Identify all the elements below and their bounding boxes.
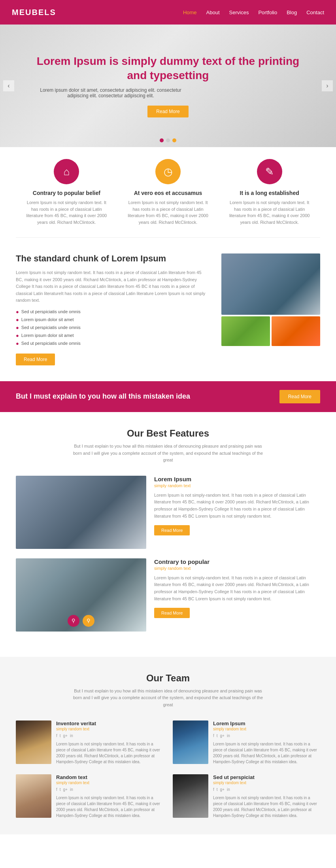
showcase-search-icon[interactable]: ⚲ (83, 615, 94, 627)
list-item: ●Sed ut perspiciatis unde omnis (16, 325, 210, 331)
linkedin-icon[interactable]: in (227, 787, 230, 792)
showcase-1-button[interactable]: Read More (154, 525, 190, 535)
best-features-title: Our Best Features (16, 428, 320, 439)
nav-services[interactable]: Services (229, 9, 249, 15)
feature-item-3: ✎ It is a long established Lorem Ipsum i… (219, 159, 320, 225)
about-text: The standard chunk of Lorem Ipsum Lorem … (16, 253, 210, 365)
feature-1-desc: Lorem Ipsum is not simply random text. I… (24, 199, 109, 225)
member-photo-2 (173, 720, 208, 764)
linkedin-icon[interactable]: in (70, 734, 73, 738)
member-info-3: Random text simply random text f t g+ in… (56, 774, 163, 819)
gplus-icon[interactable]: g+ (63, 734, 68, 738)
member-4-social: f t g+ in (213, 787, 320, 792)
about-section: The standard chunk of Lorem Ipsum Lorem … (0, 238, 336, 381)
best-features-section: Our Best Features But I must explain to … (0, 412, 336, 657)
list-item: ●Sed ut perspiciatis unde omnis (16, 309, 210, 315)
hero-prev-button[interactable]: ‹ (3, 80, 14, 91)
showcase-2-title: Contrary to popular (154, 558, 320, 565)
showcase-image-2: ⚲ ⚲ (16, 558, 146, 632)
about-checklist: ●Sed ut perspiciatis unde omnis ●Lorem i… (16, 309, 210, 346)
gplus-icon[interactable]: g+ (220, 734, 225, 738)
site-logo: MEUBELS (12, 8, 183, 17)
hero-title: Lorem Ipsum is simply dummy text of the … (32, 54, 304, 83)
banner-section: But I must explain to you how all this m… (0, 381, 336, 412)
facebook-icon[interactable]: f (213, 787, 214, 792)
about-body: Lorem Ipsum is not simply random text. I… (16, 269, 210, 304)
nav-home[interactable]: Home (183, 9, 197, 15)
banner-text: But I must explain to you how all this m… (16, 392, 190, 401)
navbar: MEUBELS Home About Services Portfolio Bl… (0, 0, 336, 25)
showcase-link-icon[interactable]: ⚲ (68, 615, 79, 627)
hero-dot-2[interactable] (166, 138, 170, 142)
nav-portfolio[interactable]: Portfolio (258, 9, 277, 15)
team-section: Our Team But I must explain to you how a… (0, 657, 336, 834)
hero-section: ‹ Lorem Ipsum is simply dummy text of th… (0, 25, 336, 147)
showcase-image-1 (16, 476, 146, 549)
member-photo-4 (173, 774, 208, 818)
member-photo-1 (16, 720, 51, 764)
banner-read-more-button[interactable]: Read More (279, 390, 320, 403)
showcase-content-1: Lorem Ipsum simply random text Lorem Ips… (154, 476, 320, 549)
facebook-icon[interactable]: f (56, 734, 57, 738)
feature-item-2: ◷ At vero eos et accusamus Lorem Ipsum i… (117, 159, 219, 225)
feature-3-title: It is a long established (227, 190, 312, 196)
member-3-social: f t g+ in (56, 787, 163, 792)
linkedin-icon[interactable]: in (70, 787, 73, 792)
showcase-1-sub: simply random text (154, 483, 320, 488)
twitter-icon[interactable]: t (217, 734, 218, 738)
showcase-content-2: Contrary to popular simply random text L… (154, 558, 320, 632)
hero-dot-3[interactable] (172, 138, 176, 142)
features-row: ⌂ Contrary to popular belief Lorem Ipsum… (0, 147, 336, 237)
member-2-name: Lorem Ipsum (213, 720, 320, 726)
showcase-2-desc: Lorem Ipsum is not simply-random text. I… (154, 575, 320, 602)
member-3-bio: Lorem Ipsum is not simply random text. I… (56, 795, 163, 819)
check-icon-3: ● (16, 325, 19, 331)
showcase-2-button[interactable]: Read More (154, 608, 190, 618)
feature-showcase-1: Lorem Ipsum simply random text Lorem Ips… (16, 476, 320, 549)
twitter-icon[interactable]: t (60, 734, 61, 738)
facebook-icon[interactable]: f (213, 734, 214, 738)
showcase-2-sub: simply random text (154, 566, 320, 571)
member-info-2: Lorem Ipsum simply random text f t g+ in… (213, 720, 320, 765)
nav-about[interactable]: About (206, 9, 220, 15)
member-1-social: f t g+ in (56, 734, 163, 738)
about-small-image-2 (272, 316, 320, 346)
about-title: The standard chunk of Lorem Ipsum (16, 253, 210, 264)
home-icon: ⌂ (54, 159, 79, 184)
member-photo-3 (16, 774, 51, 818)
showcase-overlay: ⚲ ⚲ (68, 615, 94, 627)
feature-1-title: Contrary to popular belief (24, 190, 109, 196)
about-read-more-button[interactable]: Read More (16, 354, 55, 365)
gplus-icon[interactable]: g+ (63, 787, 68, 792)
nav-links: Home About Services Portfolio Blog Conta… (183, 9, 324, 16)
member-4-role: simply random text (213, 781, 320, 785)
hero-read-more-button[interactable]: Read More (147, 106, 188, 117)
gplus-icon[interactable]: g+ (220, 787, 225, 792)
clock-icon: ◷ (155, 159, 181, 184)
team-member-3: Random text simply random text f t g+ in… (16, 774, 163, 819)
twitter-icon[interactable]: t (217, 787, 218, 792)
member-info-4: Sed ut perspiciat simply random text f t… (213, 774, 320, 819)
check-icon-5: ● (16, 340, 19, 346)
member-2-role: simply random text (213, 727, 320, 731)
hero-next-button[interactable]: › (322, 80, 333, 91)
facebook-icon[interactable]: f (56, 787, 57, 792)
team-member-4: Sed ut perspiciat simply random text f t… (173, 774, 320, 819)
list-item: ●Sed ut perspiciatis unde omnis (16, 340, 210, 346)
about-images (221, 253, 320, 365)
about-small-image-1 (221, 316, 270, 346)
member-3-role: simply random text (56, 781, 163, 785)
twitter-icon[interactable]: t (60, 787, 61, 792)
showcase-1-desc: Lorem Ipsum is not simply-random text. I… (154, 492, 320, 520)
linkedin-icon[interactable]: in (227, 734, 230, 738)
team-grid: Inventore veritat simply random text f t… (16, 720, 320, 819)
nav-blog[interactable]: Blog (287, 9, 297, 15)
hero-content: Lorem Ipsum is simply dummy text of the … (32, 54, 304, 118)
about-main-image (221, 253, 320, 315)
hero-dot-1[interactable] (160, 138, 164, 142)
member-1-role: simply random text (56, 727, 163, 731)
nav-contact[interactable]: Contact (306, 9, 324, 15)
feature-showcase-2: ⚲ ⚲ Contrary to popular simply random te… (16, 558, 320, 632)
feature-item-1: ⌂ Contrary to popular belief Lorem Ipsum… (16, 159, 117, 225)
hero-dots (160, 138, 176, 142)
